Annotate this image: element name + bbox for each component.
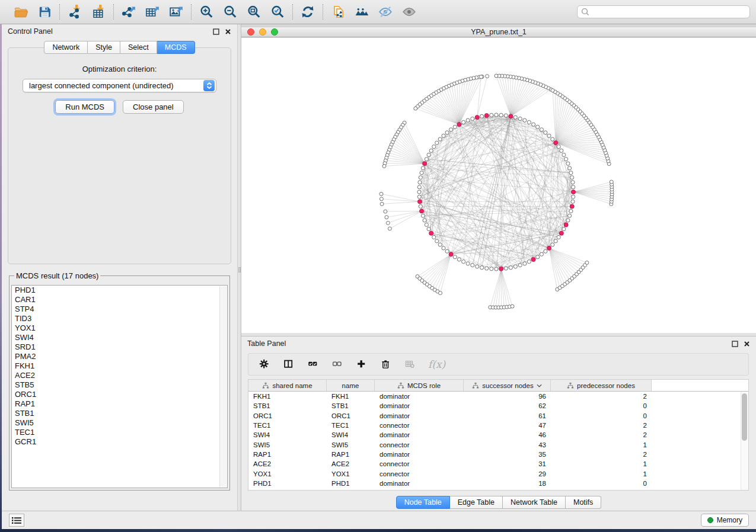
mcds-result-item[interactable]: YOX1 xyxy=(12,323,227,333)
network-node[interactable] xyxy=(457,258,461,261)
tab-edge-table[interactable]: Edge Table xyxy=(450,496,503,509)
mcds-dominator-node[interactable] xyxy=(475,116,479,120)
network-node[interactable] xyxy=(414,107,417,110)
network-node[interactable] xyxy=(435,141,439,145)
tab-style[interactable]: Style xyxy=(88,41,120,54)
table-row[interactable]: SWI5SWI5connector431 xyxy=(248,440,748,449)
network-node[interactable] xyxy=(572,195,575,198)
tab-mcds[interactable]: MCDS xyxy=(157,41,195,54)
float-panel-icon[interactable] xyxy=(213,28,219,35)
mcds-result-item[interactable]: SRD1 xyxy=(12,342,227,352)
mcds-dominator-node[interactable] xyxy=(531,257,535,261)
network-node[interactable] xyxy=(438,243,442,246)
close-panel-icon[interactable] xyxy=(225,28,231,35)
deselect-all-rows-icon[interactable] xyxy=(331,358,344,371)
network-node[interactable] xyxy=(479,75,483,79)
network-node[interactable] xyxy=(435,239,439,243)
network-node[interactable] xyxy=(419,176,422,180)
network-node[interactable] xyxy=(380,202,384,206)
tab-motifs[interactable]: Motifs xyxy=(566,496,601,509)
column-header-shared-name[interactable]: shared name xyxy=(248,380,327,391)
zoom-out-icon[interactable] xyxy=(222,4,238,20)
network-node[interactable] xyxy=(439,291,442,295)
vertical-splitter[interactable] xyxy=(237,24,241,511)
network-node[interactable] xyxy=(571,200,575,203)
network-node[interactable] xyxy=(568,166,572,170)
column-header-successor-nodes[interactable]: successor nodes xyxy=(464,380,551,391)
mcds-result-item[interactable]: ORC1 xyxy=(12,390,227,399)
network-node[interactable] xyxy=(495,113,498,117)
table-row[interactable]: SWI4SWI4dominator462 xyxy=(248,430,748,440)
mcds-dominator-node[interactable] xyxy=(420,209,424,213)
table-row[interactable]: TEC1TEC1connector472 xyxy=(248,421,748,430)
network-node[interactable] xyxy=(379,197,383,201)
network-node[interactable] xyxy=(471,264,474,267)
network-node[interactable] xyxy=(554,239,557,243)
network-node[interactable] xyxy=(518,117,522,120)
mcds-result-item[interactable]: PMA2 xyxy=(12,352,227,361)
network-node[interactable] xyxy=(566,162,570,165)
network-node[interactable] xyxy=(572,185,575,189)
select-all-rows-icon[interactable] xyxy=(307,358,320,371)
mcds-dominator-node[interactable] xyxy=(457,123,461,127)
network-node[interactable] xyxy=(511,305,514,308)
network-node[interactable] xyxy=(432,235,436,239)
mcds-dominator-node[interactable] xyxy=(559,231,563,235)
network-node[interactable] xyxy=(466,262,470,265)
export-image-icon[interactable] xyxy=(168,4,184,20)
mcds-dominator-node[interactable] xyxy=(570,204,574,209)
mcds-dominator-node[interactable] xyxy=(564,223,568,227)
network-node[interactable] xyxy=(495,267,498,271)
network-node[interactable] xyxy=(564,158,568,161)
network-node[interactable] xyxy=(557,145,560,149)
network-node[interactable] xyxy=(480,266,484,270)
network-graph[interactable] xyxy=(241,38,756,333)
mcds-dominator-node[interactable] xyxy=(499,267,503,271)
network-node[interactable] xyxy=(540,252,543,256)
splitter-grip[interactable] xyxy=(238,267,241,273)
network-node[interactable] xyxy=(417,195,421,198)
network-node[interactable] xyxy=(423,219,426,222)
network-node[interactable] xyxy=(513,116,517,119)
search-input[interactable] xyxy=(577,5,750,18)
show-all-icon[interactable] xyxy=(401,4,417,20)
mcds-dominator-node[interactable] xyxy=(554,141,558,145)
table-row[interactable]: RAP1RAP1dominator352 xyxy=(248,450,748,459)
float-table-panel-icon[interactable] xyxy=(732,341,738,347)
mcds-dominator-node[interactable] xyxy=(417,200,422,204)
mcds-dominator-node[interactable] xyxy=(484,113,489,117)
apply-layout-icon[interactable] xyxy=(300,4,315,20)
hide-selected-icon[interactable] xyxy=(378,4,393,20)
network-node[interactable] xyxy=(419,204,422,208)
network-node[interactable] xyxy=(421,214,425,217)
network-node[interactable] xyxy=(384,210,387,213)
tab-node-table[interactable]: Node Table xyxy=(396,496,450,509)
close-table-panel-icon[interactable] xyxy=(744,341,750,347)
network-node[interactable] xyxy=(490,267,493,271)
import-table-icon[interactable] xyxy=(91,4,106,20)
mcds-result-item[interactable]: FKH1 xyxy=(12,361,227,371)
mcds-result-item[interactable]: ACE2 xyxy=(12,371,227,380)
network-node[interactable] xyxy=(560,149,563,152)
network-node[interactable] xyxy=(480,114,484,118)
network-node[interactable] xyxy=(562,153,566,156)
network-node[interactable] xyxy=(566,219,570,222)
network-node[interactable] xyxy=(569,171,573,175)
network-node[interactable] xyxy=(379,192,383,196)
network-node[interactable] xyxy=(551,243,554,246)
mcds-result-item[interactable]: STB1 xyxy=(12,409,227,418)
network-node[interactable] xyxy=(471,117,474,120)
zoom-in-icon[interactable] xyxy=(199,4,214,20)
mcds-result-item[interactable]: TEC1 xyxy=(12,428,227,437)
network-node[interactable] xyxy=(523,118,527,122)
import-network-icon[interactable] xyxy=(67,4,82,20)
network-node[interactable] xyxy=(485,267,489,270)
network-node[interactable] xyxy=(442,134,445,137)
optimization-criterion-select[interactable]: largest connected component (undirected) xyxy=(23,79,216,92)
network-node[interactable] xyxy=(585,261,589,264)
delete-column-icon[interactable] xyxy=(379,358,393,371)
network-node[interactable] xyxy=(504,114,508,117)
network-node[interactable] xyxy=(449,128,453,132)
network-node[interactable] xyxy=(509,266,512,270)
network-node[interactable] xyxy=(462,260,465,264)
